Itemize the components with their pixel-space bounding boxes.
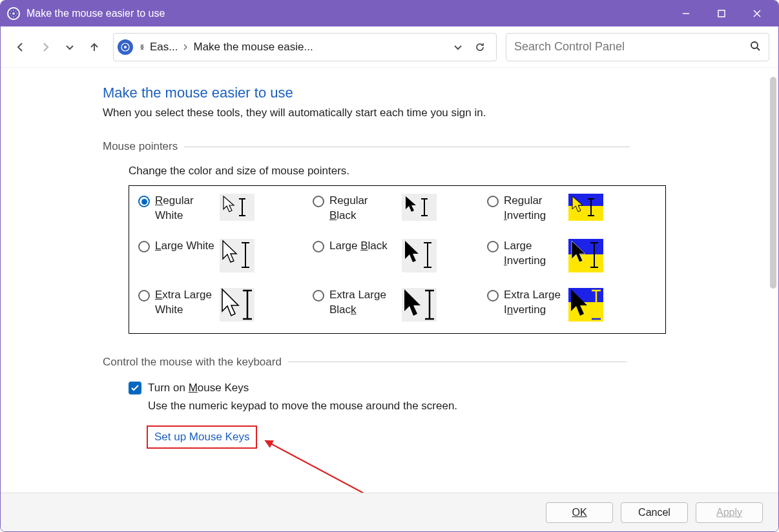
option-label: Extra Large Inverting [504, 288, 563, 318]
cursor-preview-icon [402, 239, 437, 272]
radio-icon[interactable] [487, 290, 499, 302]
footer: OK Cancel Apply [1, 493, 778, 531]
app-icon [7, 7, 20, 20]
annotation-arrow [264, 438, 419, 493]
cursor-preview-icon [568, 288, 603, 322]
radio-icon[interactable] [138, 241, 150, 252]
cursor-preview-icon [220, 194, 254, 221]
up-button[interactable] [83, 36, 105, 58]
forward-button[interactable] [34, 36, 56, 58]
recent-dropdown[interactable] [59, 36, 81, 58]
option-label: Regular Black [329, 194, 397, 223]
section-mouse-pointers: Mouse pointers [103, 140, 768, 153]
option-label: Regular Inverting [504, 194, 563, 223]
mouse-keys-label: Turn on Mouse Keys [148, 382, 249, 394]
radio-icon[interactable] [138, 196, 150, 207]
scrollbar-track[interactable] [768, 68, 778, 493]
close-button[interactable] [739, 1, 774, 26]
cursor-preview-icon [402, 194, 437, 221]
svg-point-6 [124, 46, 127, 48]
page-title: Make the mouse easier to use [103, 85, 768, 101]
option-label: Extra Large Black [329, 288, 397, 318]
option-label: Large Inverting [504, 239, 563, 269]
ok-button[interactable]: OK [546, 502, 613, 523]
section-control-keyboard-label: Control the mouse with the keyboard [103, 356, 282, 369]
radio-icon[interactable] [487, 196, 499, 207]
minimize-button[interactable] [668, 1, 703, 26]
option-label: Extra Large White [155, 288, 214, 318]
apply-button[interactable]: Apply [696, 502, 763, 523]
option-regular-inverting[interactable]: Regular Inverting [487, 194, 656, 223]
page-subtitle: When you select these tools, they will a… [103, 107, 768, 119]
pointers-hint: Change the color and size of mouse point… [129, 165, 768, 178]
search-input[interactable] [514, 40, 749, 54]
chevron-left-icon [137, 42, 147, 52]
radio-icon[interactable] [313, 290, 324, 302]
option-label: Regular White [155, 194, 214, 223]
option-label: Large White [155, 239, 214, 254]
svg-rect-2 [718, 10, 725, 17]
cursor-preview-icon [220, 239, 254, 272]
radio-icon[interactable] [313, 196, 324, 207]
breadcrumb-current[interactable]: Make the mouse easie... [191, 41, 315, 54]
divider [288, 362, 627, 362]
setup-mouse-keys-highlight: Set up Mouse Keys [147, 425, 257, 449]
radio-icon[interactable] [487, 241, 499, 252]
pointer-grid: Regular White Regular Black [129, 185, 666, 334]
svg-line-8 [757, 48, 760, 50]
search-box[interactable] [506, 33, 769, 61]
titlebar: Make the mouse easier to use [1, 1, 778, 26]
svg-point-7 [751, 42, 758, 48]
svg-point-0 [12, 12, 15, 15]
option-extra-large-inverting[interactable]: Extra Large Inverting [487, 288, 656, 322]
window-title: Make the mouse easier to use [26, 8, 668, 19]
window: Make the mouse easier to use Eas... Make… [0, 0, 779, 532]
scrollbar[interactable] [768, 68, 778, 493]
address-icon [118, 39, 133, 55]
option-extra-large-white[interactable]: Extra Large White [138, 288, 307, 322]
divider [184, 147, 630, 147]
address-bar[interactable]: Eas... Make the mouse easie... [113, 33, 497, 61]
chevron-right-icon [180, 42, 191, 52]
content: Make the mouse easier to use When you se… [1, 68, 768, 493]
mouse-keys-checkbox-row[interactable]: Turn on Mouse Keys [129, 382, 768, 394]
option-extra-large-black[interactable]: Extra Large Black [313, 288, 482, 322]
radio-icon[interactable] [138, 290, 150, 302]
radio-icon[interactable] [313, 241, 324, 252]
section-mouse-pointers-label: Mouse pointers [103, 140, 178, 153]
address-dropdown[interactable] [447, 36, 469, 58]
cursor-preview-icon [568, 239, 603, 272]
cancel-button[interactable]: Cancel [621, 502, 688, 523]
breadcrumb-prev[interactable]: Eas... [147, 41, 180, 54]
setup-mouse-keys-link[interactable]: Set up Mouse Keys [154, 431, 249, 443]
option-label: Large Black [329, 239, 397, 254]
section-control-keyboard: Control the mouse with the keyboard [103, 356, 768, 369]
refresh-button[interactable] [469, 36, 491, 58]
search-icon [749, 40, 761, 54]
scrollbar-thumb[interactable] [770, 77, 776, 289]
option-large-white[interactable]: Large White [138, 239, 307, 272]
content-body: Make the mouse easier to use When you se… [1, 68, 778, 493]
cursor-preview-icon [568, 194, 603, 221]
option-large-black[interactable]: Large Black [313, 239, 482, 272]
back-button[interactable] [10, 36, 32, 58]
cursor-preview-icon [220, 288, 254, 322]
option-regular-black[interactable]: Regular Black [313, 194, 482, 223]
maximize-button[interactable] [703, 1, 739, 26]
option-regular-white[interactable]: Regular White [138, 194, 307, 223]
svg-line-36 [271, 444, 406, 493]
cursor-preview-icon [402, 288, 437, 322]
option-large-inverting[interactable]: Large Inverting [487, 239, 656, 272]
checkbox-icon[interactable] [129, 382, 141, 394]
mouse-keys-description: Use the numeric keypad to move the mouse… [148, 400, 768, 413]
nav-row: Eas... Make the mouse easie... [1, 26, 778, 68]
